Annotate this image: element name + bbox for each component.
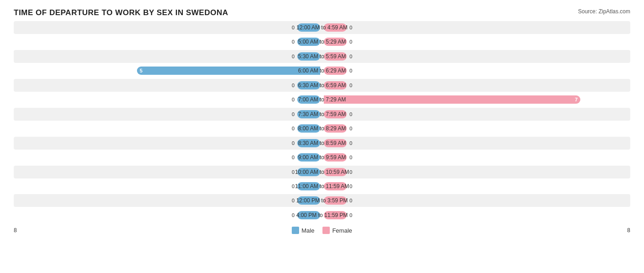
female-zero-label: 0 bbox=[349, 155, 352, 160]
male-zero-label: 0 bbox=[292, 39, 295, 45]
male-stub-bar bbox=[297, 124, 320, 133]
legend-female: Female bbox=[322, 227, 352, 234]
rows-container: 012:00 AM to 4:59 AM005:00 AM to 5:29 AM… bbox=[14, 21, 630, 222]
male-bar: 5 bbox=[137, 67, 320, 75]
bar-row: 05:30 AM to 5:59 AM0 bbox=[14, 50, 630, 63]
left-section: 0 bbox=[14, 194, 322, 207]
female-bar: 7 bbox=[324, 95, 580, 104]
female-zero-label: 0 bbox=[349, 126, 352, 131]
bar-row: 05:00 AM to 5:29 AM0 bbox=[14, 35, 630, 48]
chart-title: TIME OF DEPARTURE TO WORK BY SEX IN SWED… bbox=[14, 8, 630, 17]
male-zero-label: 0 bbox=[292, 184, 295, 189]
bar-row: 06:30 AM to 6:59 AM0 bbox=[14, 79, 630, 92]
right-section: 0 bbox=[322, 79, 630, 92]
female-stub-bar bbox=[324, 38, 347, 46]
bar-row: 011:00 AM to 11:59 AM0 bbox=[14, 180, 630, 193]
right-section: 7 bbox=[322, 93, 630, 106]
male-stub-bar bbox=[297, 52, 320, 61]
bar-row: 010:00 AM to 10:59 AM0 bbox=[14, 166, 630, 178]
male-stub-bar bbox=[297, 196, 320, 205]
legend-male-box bbox=[292, 227, 299, 234]
male-zero-label: 0 bbox=[292, 169, 295, 175]
male-zero-label: 0 bbox=[292, 126, 295, 131]
male-stub-bar bbox=[297, 23, 320, 32]
bar-row: 08:30 AM to 8:59 AM0 bbox=[14, 137, 630, 150]
chart-area: 012:00 AM to 4:59 AM005:00 AM to 5:29 AM… bbox=[14, 21, 630, 235]
male-zero-label: 0 bbox=[292, 212, 295, 218]
bar-row: 012:00 AM to 4:59 AM0 bbox=[14, 21, 630, 34]
male-zero-label: 0 bbox=[292, 198, 295, 203]
left-section: 0 bbox=[14, 137, 322, 150]
male-stub-bar bbox=[297, 139, 320, 147]
bottom-area: 8 Male Female 8 bbox=[14, 223, 630, 237]
male-stub-bar bbox=[297, 168, 320, 176]
bar-row: 56:00 AM to 6:29 AM0 bbox=[14, 64, 630, 77]
male-zero-label: 0 bbox=[292, 25, 295, 30]
male-stub-bar bbox=[297, 182, 320, 190]
right-section: 0 bbox=[322, 194, 630, 207]
left-section: 5 bbox=[14, 64, 322, 77]
right-section: 0 bbox=[322, 209, 630, 222]
legend-female-label: Female bbox=[332, 227, 352, 234]
source-label: Source: ZipAtlas.com bbox=[578, 8, 630, 15]
right-section: 0 bbox=[322, 137, 630, 150]
left-section: 0 bbox=[14, 166, 322, 178]
left-section: 0 bbox=[14, 209, 322, 222]
male-stub-bar bbox=[297, 153, 320, 162]
female-stub-bar bbox=[324, 139, 347, 147]
legend: Male Female bbox=[292, 227, 352, 234]
female-stub-bar bbox=[324, 67, 347, 75]
male-stub-bar bbox=[297, 95, 320, 104]
left-section: 0 bbox=[14, 35, 322, 48]
female-stub-bar bbox=[324, 81, 347, 89]
female-stub-bar bbox=[324, 168, 347, 176]
left-section: 0 bbox=[14, 151, 322, 164]
left-section: 0 bbox=[14, 50, 322, 63]
female-stub-bar bbox=[324, 211, 347, 219]
female-zero-label: 0 bbox=[349, 184, 352, 189]
male-zero-label: 0 bbox=[292, 111, 295, 117]
female-zero-label: 0 bbox=[349, 140, 352, 146]
male-stub-bar bbox=[297, 38, 320, 46]
legend-male: Male bbox=[292, 227, 314, 234]
female-zero-label: 0 bbox=[349, 25, 352, 30]
left-section: 0 bbox=[14, 122, 322, 135]
left-section: 0 bbox=[14, 108, 322, 121]
right-section: 0 bbox=[322, 180, 630, 193]
female-stub-bar bbox=[324, 196, 347, 205]
left-section: 0 bbox=[14, 79, 322, 92]
female-zero-label: 0 bbox=[349, 83, 352, 88]
female-zero-label: 0 bbox=[349, 111, 352, 117]
left-section: 0 bbox=[14, 93, 322, 106]
legend-male-label: Male bbox=[301, 227, 314, 234]
female-zero-label: 0 bbox=[349, 198, 352, 203]
bar-row: 04:00 PM to 11:59 PM0 bbox=[14, 209, 630, 222]
right-section: 0 bbox=[322, 21, 630, 34]
male-zero-label: 0 bbox=[292, 97, 295, 102]
female-zero-label: 0 bbox=[349, 169, 352, 175]
chart-container: TIME OF DEPARTURE TO WORK BY SEX IN SWED… bbox=[0, 0, 644, 273]
female-zero-label: 0 bbox=[349, 39, 352, 45]
female-stub-bar bbox=[324, 182, 347, 190]
left-section: 0 bbox=[14, 21, 322, 34]
male-zero-label: 0 bbox=[292, 54, 295, 59]
axis-right: 8 bbox=[607, 227, 630, 234]
right-section: 0 bbox=[322, 35, 630, 48]
legend-female-box bbox=[322, 227, 330, 234]
female-stub-bar bbox=[324, 23, 347, 32]
bar-row: 07:30 AM to 7:59 AM0 bbox=[14, 108, 630, 121]
male-zero-label: 0 bbox=[292, 140, 295, 146]
female-stub-bar bbox=[324, 110, 347, 118]
right-section: 0 bbox=[322, 50, 630, 63]
right-section: 0 bbox=[322, 151, 630, 164]
bar-row: 012:00 PM to 3:59 PM0 bbox=[14, 194, 630, 207]
right-section: 0 bbox=[322, 108, 630, 121]
right-section: 0 bbox=[322, 64, 630, 77]
male-stub-bar bbox=[297, 211, 320, 219]
right-section: 0 bbox=[322, 122, 630, 135]
right-section: 0 bbox=[322, 166, 630, 178]
female-stub-bar bbox=[324, 153, 347, 162]
bar-row: 08:00 AM to 8:29 AM0 bbox=[14, 122, 630, 135]
male-stub-bar bbox=[297, 81, 320, 89]
female-zero-label: 0 bbox=[349, 212, 352, 218]
